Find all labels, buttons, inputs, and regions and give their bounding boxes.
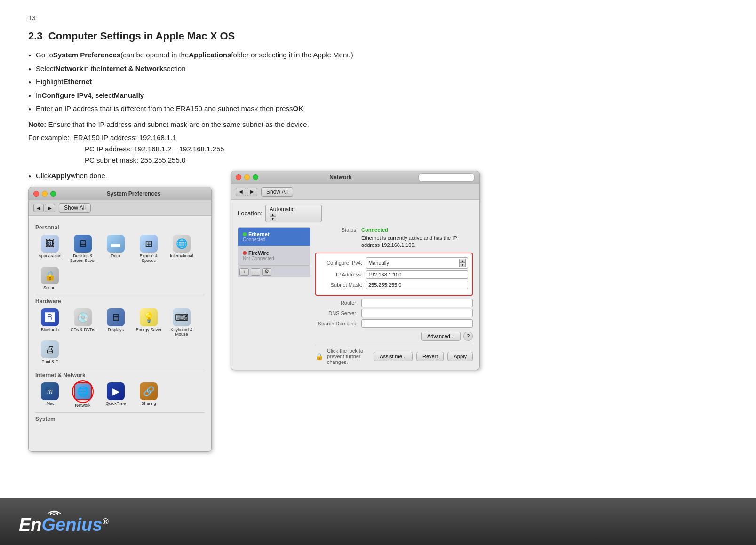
keyboard-label: Keyboard & Mouse (167, 327, 196, 337)
sidebar-controls: + − ⚙ (238, 266, 310, 277)
nav-buttons: ◀ ▶ (33, 204, 55, 212)
subnet-mask-input[interactable]: 255.255.255.0 (366, 281, 468, 289)
mac-label: .Mac (45, 401, 55, 406)
print-label: Print & F (41, 359, 58, 364)
network-maximize-button[interactable] (253, 174, 258, 180)
location-label: Location: (238, 210, 263, 217)
example-text: For example: ERA150 IP address: 192.168.… (28, 132, 728, 166)
hardware-icons-grid: 🅱 Bluetooth 💿 CDs & DVDs 🖥 Displays (35, 308, 205, 364)
remove-service-button[interactable]: − (251, 268, 260, 276)
status-section: Status: Connected Ethernet is currently … (315, 227, 473, 249)
pref-icon-energy[interactable]: 💡 Energy Saver (134, 308, 163, 337)
network-main-area: Ethernet Connected FireWire Not Connecte… (238, 227, 473, 365)
status-key: Status: (315, 227, 358, 233)
network-circle-highlight (72, 380, 94, 403)
dns-input[interactable] (361, 309, 473, 317)
stepper-up[interactable]: ▲ (270, 213, 276, 217)
ip-address-input[interactable]: 192.168.1.100 (366, 270, 468, 279)
location-stepper[interactable]: ▲ ▼ (270, 213, 276, 221)
pref-icon-dock[interactable]: ▬ Dock (101, 235, 130, 263)
assist-button[interactable]: Assist me... (374, 352, 413, 361)
search-domains-label: Search Domains: (315, 321, 358, 326)
pref-icon-keyboard[interactable]: ⌨ Keyboard & Mouse (167, 308, 196, 337)
pref-icon-expose[interactable]: ⊞ Exposé & Spaces (134, 235, 163, 263)
configure-ipv4-value: Manually (368, 260, 389, 266)
ipv4-stepper[interactable]: ▲ ▼ (459, 259, 466, 267)
ethernet-status: Connected (243, 237, 305, 242)
router-row: Router: (315, 299, 473, 307)
help-button[interactable]: ? (463, 332, 473, 341)
pref-icon-print[interactable]: 🖨 Print & F (35, 340, 64, 364)
dock-label: Dock (111, 253, 121, 258)
lock-row: 🔒 Click the lock to prevent further chan… (315, 345, 473, 365)
stepper-down[interactable]: ▼ (270, 217, 276, 221)
footer-bar: EnGenius® (0, 498, 756, 545)
close-button[interactable] (33, 191, 39, 197)
show-all-button[interactable]: Show All (59, 203, 91, 213)
section-title: 2.3 Computer Settings in Apple Mac X OS (28, 30, 728, 42)
status-description: Ethernet is currently active and has the… (361, 235, 473, 249)
personal-icons-grid: 🖼 Appearance 🖥 Desktop & Screen Saver ▬ … (35, 235, 205, 290)
add-service-button[interactable]: + (239, 268, 249, 276)
configure-ipv4-row: Configure IPv4: Manually ▲ ▼ (320, 257, 468, 269)
pref-icon-security[interactable]: 🔒 Securit (35, 267, 64, 290)
pref-icon-network[interactable]: 🌐 Network (68, 382, 97, 408)
example-subnet: PC subnet mask: 255.255.255.0 (28, 155, 728, 166)
network-back-button[interactable]: ◀ (236, 188, 246, 196)
list-item: In Configure IPv4, select Manually (28, 90, 728, 101)
logo-with-wifi: EnGenius® (19, 508, 109, 535)
note-text: Note: Ensure that the IP address and sub… (28, 119, 728, 130)
system-icons-grid (35, 426, 205, 440)
router-input[interactable] (361, 299, 473, 307)
subnet-mask-label: Subnet Mask: (320, 282, 362, 288)
network-forward-button[interactable]: ▶ (247, 188, 257, 196)
location-select[interactable]: Automatic ▲ ▼ (265, 205, 322, 222)
search-domains-input[interactable] (361, 319, 473, 328)
list-item: Select Network in the Internet & Network… (28, 63, 728, 74)
pref-icon-displays[interactable]: 🖥 Displays (101, 308, 130, 337)
network-minimize-button[interactable] (244, 174, 250, 180)
network-label: Network (75, 403, 90, 408)
apply-button[interactable]: Apply (447, 352, 473, 361)
subnet-mask-row: Subnet Mask: 255.255.255.0 (320, 281, 468, 289)
pref-icon-mac[interactable]: m .Mac (35, 382, 64, 408)
ipv4-stepper-down[interactable]: ▼ (459, 263, 466, 267)
system-section-label: System (35, 416, 205, 422)
lock-icon[interactable]: 🔒 (315, 353, 323, 360)
advanced-button[interactable]: Advanced... (421, 332, 461, 341)
minimize-button[interactable] (42, 191, 48, 197)
pref-icon-bluetooth[interactable]: 🅱 Bluetooth (35, 308, 64, 337)
revert-button[interactable]: Revert (416, 352, 444, 361)
security-icon: 🔒 (41, 267, 59, 284)
network-show-all-button[interactable]: Show All (261, 187, 293, 197)
ethernet-item[interactable]: Ethernet Connected (238, 228, 310, 246)
ipv4-stepper-up[interactable]: ▲ (459, 259, 466, 263)
desktop-label: Desktop & Screen Saver (68, 253, 97, 263)
pref-icon-desktop[interactable]: 🖥 Desktop & Screen Saver (68, 235, 97, 263)
firewire-name: FireWire (243, 250, 305, 256)
advanced-row: Advanced... ? (315, 332, 473, 341)
router-label: Router: (315, 300, 358, 306)
pref-icon-international[interactable]: 🌐 International (167, 235, 196, 263)
pref-icon-cds[interactable]: 💿 CDs & DVDs (68, 308, 97, 337)
network-window: Network ◀ ▶ Show All Location: (231, 171, 480, 371)
maximize-button[interactable] (50, 191, 56, 197)
pref-icon-appearance[interactable]: 🖼 Appearance (35, 235, 64, 263)
expose-label: Exposé & Spaces (134, 253, 163, 263)
appearance-label: Appearance (39, 253, 62, 258)
dns-label: DNS Server: (315, 310, 358, 316)
network-titlebar: Network (231, 171, 479, 184)
pref-icon-quicktime[interactable]: ▶ QuickTime (101, 382, 130, 408)
content-row: Click Apply when done. System Preference… (28, 171, 728, 452)
page-content: 13 2.3 Computer Settings in Apple Mac X … (0, 0, 756, 498)
forward-button[interactable]: ▶ (45, 204, 55, 212)
sharing-label: Sharing (141, 401, 156, 406)
left-column: Click Apply when done. System Preference… (28, 171, 212, 452)
traffic-lights (33, 191, 56, 197)
back-button[interactable]: ◀ (33, 204, 44, 212)
configure-ipv4-select[interactable]: Manually ▲ ▼ (366, 257, 468, 269)
pref-icon-sharing[interactable]: 🔗 Sharing (134, 382, 163, 408)
firewire-item[interactable]: FireWire Not Connected (238, 246, 310, 265)
network-close-button[interactable] (236, 174, 241, 180)
action-button[interactable]: ⚙ (262, 268, 271, 276)
